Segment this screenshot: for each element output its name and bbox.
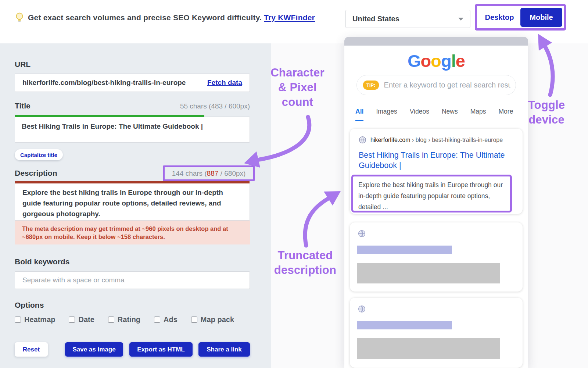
reset-button[interactable]: Reset	[15, 342, 48, 357]
desc-counter-suffix: / 680px)	[218, 169, 245, 178]
description-label: Description	[15, 169, 57, 178]
desc-counter-pixels: 887	[207, 169, 219, 178]
globe-icon	[359, 136, 366, 144]
globe-icon	[358, 305, 366, 313]
title-length-bar	[15, 115, 204, 117]
serp-search-box[interactable]: TIP:	[356, 75, 516, 95]
option-label: Date	[78, 315, 94, 324]
header-promo-text: Get exact search volumes and precise SEO…	[28, 13, 315, 22]
serp-tabs: All Images Videos News Maps More	[355, 108, 513, 121]
editor-panel: URL Fetch data Title 55 chars (483 / 600…	[0, 43, 271, 368]
annotation-character-pixel-count: Character & Pixel count	[262, 65, 333, 110]
heatmap-checkbox[interactable]	[15, 317, 21, 323]
options-row: Heatmap Date Rating Ads Map pack	[15, 315, 234, 324]
option-map-pack[interactable]: Map pack	[191, 315, 234, 324]
breadcrumb: hikerforlife.com › blog › best-hiking-tr…	[359, 136, 503, 144]
logo-letter: o	[431, 51, 441, 71]
promo-text: Get exact search volumes and precise SEO…	[28, 13, 264, 22]
logo-letter: o	[421, 51, 431, 71]
skeleton-title-bar	[357, 246, 452, 254]
tip-badge: TIP:	[363, 81, 379, 90]
option-ads[interactable]: Ads	[154, 315, 178, 324]
fetch-data-link[interactable]: Fetch data	[207, 79, 242, 87]
tab-news[interactable]: News	[442, 108, 458, 121]
serp-result-title[interactable]: Best Hiking Trails in Europe: The Ultima…	[359, 150, 510, 171]
keyword-search-input[interactable]	[384, 81, 510, 89]
description-warning: The meta description may get trimmed at …	[15, 221, 250, 244]
logo-letter: g	[441, 51, 451, 71]
annotation-line: & Pixel	[262, 80, 333, 95]
capitalize-title-button[interactable]: Capitalize title	[15, 149, 63, 160]
share-a-link-button[interactable]: Share a link	[198, 342, 250, 357]
logo-letter: G	[408, 51, 421, 71]
save-as-image-button[interactable]: Save as image	[65, 342, 123, 357]
ads-checkbox[interactable]	[154, 317, 160, 323]
title-label: Title	[15, 101, 31, 110]
title-input[interactable]: Best Hiking Trails in Europe: The Ultima…	[15, 117, 250, 143]
url-label: URL	[15, 60, 31, 69]
kwfinder-link[interactable]: Try KWFinder	[264, 13, 315, 22]
tab-videos[interactable]: Videos	[410, 108, 429, 121]
serp-preview-phone: Google TIP: All Images Videos News Maps …	[344, 37, 528, 368]
annotation-line: device	[523, 112, 570, 127]
tab-images[interactable]: Images	[376, 108, 397, 121]
tab-more[interactable]: More	[499, 108, 513, 121]
rating-checkbox[interactable]	[108, 317, 114, 323]
logo-letter: l	[451, 51, 456, 71]
mobile-toggle-button[interactable]: Mobile	[520, 8, 562, 27]
annotation-truncated-description: Truncated description	[268, 248, 343, 278]
skeleton-title-bar	[357, 321, 452, 329]
serp-simulator-page: Get exact search volumes and precise SEO…	[0, 0, 588, 368]
annotation-line: Character	[262, 65, 333, 80]
option-heatmap[interactable]: Heatmap	[15, 315, 55, 324]
serp-result-card: hikerforlife.com › blog › best-hiking-tr…	[350, 129, 523, 214]
desktop-toggle-button[interactable]: Desktop	[478, 8, 520, 27]
annotation-line: Toggle	[523, 98, 570, 112]
phone-status-bar	[344, 37, 528, 46]
description-length-bar	[15, 181, 250, 183]
date-checkbox[interactable]	[69, 317, 75, 323]
tab-all[interactable]: All	[355, 108, 363, 121]
device-toggle-highlight: Desktop Mobile	[475, 4, 566, 31]
option-label: Heatmap	[24, 315, 55, 324]
option-label: Map pack	[201, 315, 234, 324]
bold-keywords-input[interactable]	[15, 271, 250, 289]
skeleton-description-bar	[357, 338, 500, 359]
google-logo: Google	[344, 51, 528, 71]
country-select[interactable]: United States	[345, 10, 470, 28]
breadcrumb-text: hikerforlife.com › blog › best-hiking-tr…	[370, 137, 503, 143]
chevron-down-icon	[458, 18, 463, 21]
option-date[interactable]: Date	[69, 315, 94, 324]
serp-skeleton-card	[350, 222, 523, 292]
export-as-html-button[interactable]: Export as HTML	[129, 342, 193, 357]
lightbulb-icon	[15, 12, 24, 25]
globe-icon	[358, 230, 366, 237]
breadcrumb-path: › blog › best-hiking-traills-in-europe	[410, 137, 503, 143]
logo-letter: e	[456, 51, 465, 71]
desc-counter-prefix: 144 chars (	[172, 169, 207, 178]
description-char-counter-highlight: 144 chars (887 / 680px)	[163, 165, 255, 181]
bold-keywords-label: Bold keywords	[15, 257, 69, 266]
country-select-value: United States	[352, 15, 399, 23]
options-label: Options	[15, 301, 44, 310]
option-label: Rating	[118, 315, 140, 324]
annotation-toggle-device: Toggle device	[523, 98, 570, 127]
option-label: Ads	[164, 315, 178, 324]
annotation-line: Truncated	[268, 248, 343, 263]
annotation-line: description	[268, 263, 343, 278]
description-input[interactable]: Explore the best hiking trails in Europe…	[15, 183, 250, 221]
tab-maps[interactable]: Maps	[470, 108, 486, 121]
serp-result-description-highlight: Explore the best hiking trails in Europe…	[351, 175, 512, 212]
title-char-counter: 55 chars (483 / 600px)	[180, 102, 250, 110]
serp-skeleton-card	[350, 298, 523, 368]
option-rating[interactable]: Rating	[108, 315, 140, 324]
breadcrumb-domain: hikerforlife.com	[370, 137, 410, 143]
skeleton-description-bar	[357, 263, 500, 283]
annotation-line: count	[262, 95, 333, 110]
map-pack-checkbox[interactable]	[191, 317, 197, 323]
